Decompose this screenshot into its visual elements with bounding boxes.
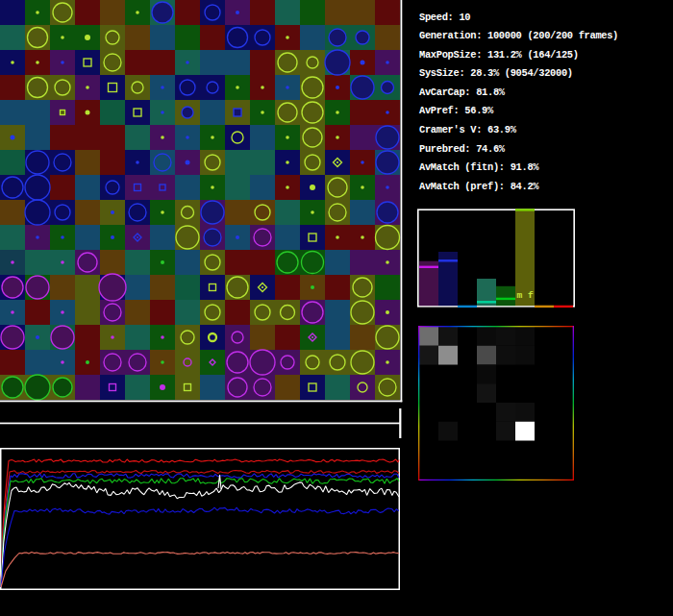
svg-text:m f: m f [517, 290, 535, 301]
